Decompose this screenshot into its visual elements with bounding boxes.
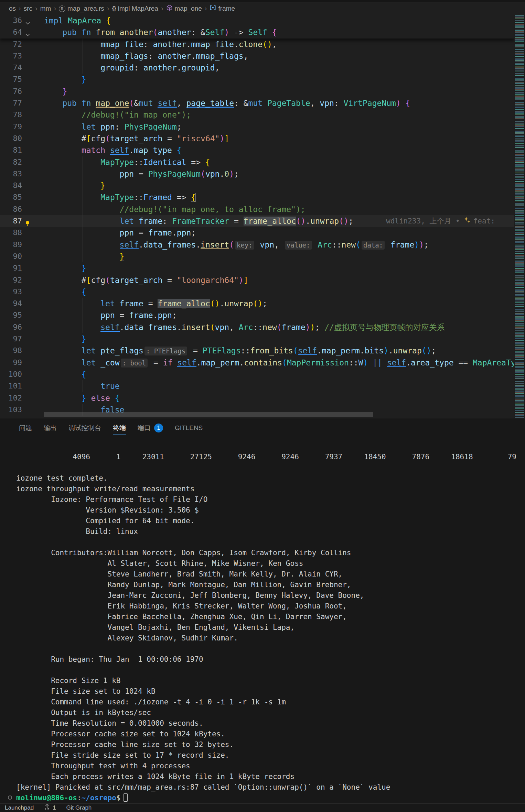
breadcrumb-item-impl-maparea[interactable]: {}impl MapArea [112, 5, 158, 12]
code-line-78[interactable]: 78//debug!("in map one"); [0, 109, 514, 121]
code-line-86[interactable]: 86//debug!("in map one, to alloc frame")… [0, 204, 514, 215]
token: Framed [143, 193, 172, 202]
code-line-74[interactable]: 74groupid: another.groupid, [0, 62, 514, 74]
code-line-96[interactable]: 96self.data_frames.insert(vpn, Arc::new(… [0, 321, 514, 333]
code-text: ppn = frame.ppn; [44, 309, 177, 321]
token: target_arch [110, 134, 162, 143]
code-line-82[interactable]: 82MapType::Identical => { [0, 156, 514, 168]
panel-tab-调试控制台[interactable]: 调试控制台 [68, 421, 101, 435]
panel-tab-gitlens[interactable]: GITLENS [175, 422, 203, 435]
line-number: 90 [0, 251, 22, 262]
code-line-72[interactable]: 72mmap_file: another.mmap_file.clone(), [0, 39, 514, 50]
breadcrumb-item-map-area-rs[interactable]: Rmap_area.rs [59, 5, 104, 12]
token [153, 99, 158, 108]
panel-tab-端口[interactable]: 端口1 [138, 421, 163, 435]
token [91, 28, 96, 37]
token [255, 240, 260, 249]
code-line-100[interactable]: 100{ [0, 369, 514, 380]
code-text: let frame: FrameTracker = frame_alloc().… [44, 215, 353, 227]
code-line-95[interactable]: 95ppn = frame.ppn; [0, 309, 514, 321]
panel-tab-label: 输出 [44, 424, 57, 432]
indent-guides [44, 156, 100, 168]
gutter: 101 [0, 380, 44, 392]
line-number: 98 [0, 345, 22, 356]
token: = [149, 358, 163, 367]
code-line-93[interactable]: 93{ [0, 286, 514, 298]
code-line-36[interactable]: 36impl MapArea { [0, 15, 514, 26]
breadcrumb-label: frame [218, 5, 235, 12]
indent-guides [44, 133, 82, 144]
code-line-80[interactable]: 80#[cfg(target_arch = "riscv64")] [0, 133, 514, 144]
token: FrameTracker [172, 217, 229, 226]
panel-tab-问题[interactable]: 问题 [19, 421, 32, 435]
code-line-102[interactable]: 102} else { [0, 392, 514, 404]
gutter: 73 [0, 50, 44, 62]
lightbulb-icon[interactable] [24, 218, 31, 224]
gutter: 86 [0, 204, 44, 215]
code-line-64[interactable]: 64pub fn from_another(another: &Self) ->… [0, 26, 514, 38]
token: : [148, 52, 158, 61]
horizontal-scrollbar[interactable] [44, 412, 373, 417]
code-line-87[interactable]: 87let frame: FrameTracker = frame_alloc(… [0, 215, 514, 227]
code-line-88[interactable]: 88ppn = frame.ppn; [0, 227, 514, 239]
token: = [134, 228, 148, 237]
statusbar-item-1[interactable]: 1 [44, 804, 56, 812]
indent-guides [44, 50, 100, 62]
code-scroll-area[interactable]: 72mmap_file: another.mmap_file.clone(),7… [0, 15, 514, 418]
code-line-89[interactable]: 89self.data_frames.insert(key: vpn, valu… [0, 239, 514, 251]
code-line-85[interactable]: 85MapType::Framed => { [0, 191, 514, 203]
breadcrumb-item-frame[interactable]: frame [210, 4, 235, 13]
token: : [162, 217, 172, 226]
token: ) [419, 240, 424, 249]
minimap[interactable] [514, 15, 525, 418]
radio-tower-icon [44, 804, 50, 812]
breadcrumb-item-mm[interactable]: mm [40, 5, 51, 12]
code-line-99[interactable]: 99let _cow: bool = if self.map_perm.cont… [0, 357, 514, 369]
code-line-81[interactable]: 81match self.map_type { [0, 144, 514, 156]
code-line-76[interactable]: 76} [0, 86, 514, 97]
code-line-91[interactable]: 91} [0, 262, 514, 274]
code-line-83[interactable]: 83ppn = PhysPageNum(vpn.0); [0, 168, 514, 180]
token: MapType [100, 193, 134, 202]
code-line-94[interactable]: 94let frame = frame_alloc().unwrap(); [0, 298, 514, 309]
panel-tab-输出[interactable]: 输出 [44, 421, 57, 435]
token: { [406, 99, 410, 108]
sticky-scroll[interactable]: 36impl MapArea {64pub fn from_another(an… [0, 15, 514, 39]
code-line-79[interactable]: 79let ppn: PhysPageNum; [0, 121, 514, 133]
panel-tab-label: 调试控制台 [68, 424, 101, 432]
token [105, 146, 110, 155]
terminal-output[interactable]: 4096 1 23011 27125 9246 9246 7937 18450 … [0, 438, 525, 803]
indent-guides [44, 321, 100, 333]
breadcrumb-item-os[interactable]: os [9, 5, 16, 12]
code-line-90[interactable]: 90} [0, 251, 514, 262]
code-line-98[interactable]: 98let pte_flags: PTEFlags = PTEFlags::fr… [0, 345, 514, 356]
token: : [191, 28, 201, 37]
terminal-prompt[interactable]: molinwu@806-os:~/osrepo$ [16, 793, 525, 803]
code-line-101[interactable]: 101true [0, 380, 514, 392]
panel-tab-终端[interactable]: 终端 [113, 421, 126, 435]
breadcrumb-item-src[interactable]: src [24, 5, 32, 12]
code-text: self.data_frames.insert(key: vpn, value:… [44, 239, 429, 251]
fold-chevron-icon[interactable] [25, 29, 31, 41]
code-line-84[interactable]: 84} [0, 180, 514, 191]
token: . [306, 217, 310, 226]
statusbar-item-launchpad[interactable]: Launchpad [5, 804, 34, 811]
line-number: 93 [0, 286, 22, 298]
code-line-73[interactable]: 73mmap_flags: another.mmap_flags, [0, 50, 514, 62]
code-editor[interactable]: 72mmap_file: another.mmap_file.clone(),7… [0, 15, 525, 418]
statusbar-item-git-graph[interactable]: Git Graph [66, 804, 92, 811]
code-line-77[interactable]: 77pub fn map_one(&mut self, page_table: … [0, 97, 514, 109]
rust-file-icon: R [59, 6, 65, 12]
code-text: #[cfg(target_arch = "loongarch64")] [44, 274, 248, 286]
token: :: [134, 158, 143, 167]
line-number: 103 [0, 404, 22, 416]
breadcrumb-separator-icon: › [18, 4, 22, 12]
code-line-92[interactable]: 92#[cfg(target_arch = "loongarch64")] [0, 274, 514, 286]
token: ; [172, 311, 177, 320]
terminal-line: Fabrice Bacchella, Zhenghua Xue, Qin Li,… [16, 612, 525, 622]
breadcrumb-item-map-one[interactable]: map_one [166, 4, 202, 13]
code-line-97[interactable]: 97} [0, 333, 514, 345]
token: , [229, 323, 239, 332]
code-line-75[interactable]: 75} [0, 74, 514, 85]
gutter: 75 [0, 74, 44, 85]
